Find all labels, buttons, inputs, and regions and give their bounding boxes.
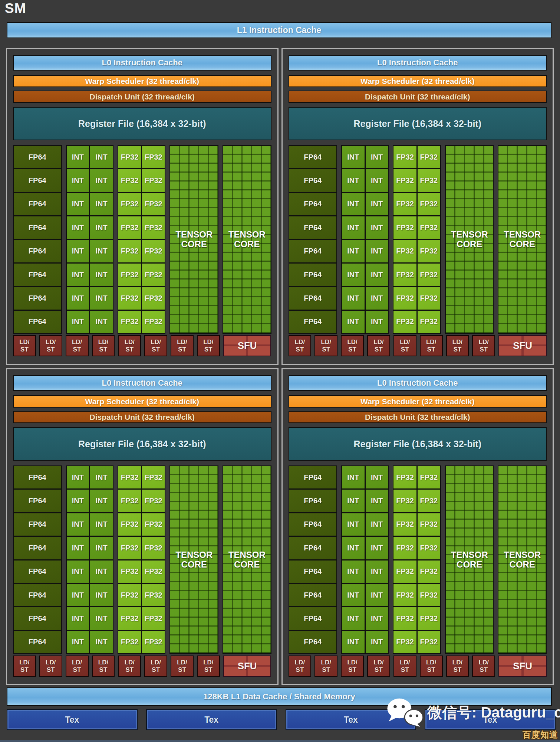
int-core: INT	[67, 146, 89, 168]
l0-instruction-cache: L0 Instruction Cache	[13, 55, 271, 71]
fp32-core: FP32	[393, 240, 416, 262]
ldst-label: ST	[348, 346, 356, 353]
ldst-label: LD/	[46, 659, 56, 666]
fp32-core: FP32	[118, 169, 141, 192]
int-core: INT	[67, 216, 89, 239]
ldst-label: ST	[20, 346, 29, 353]
tensor-core-label: CORE	[510, 560, 535, 569]
fp32-core: FP32	[393, 490, 416, 512]
fp64-column: FP64 FP64 FP64 FP64 FP64 FP64 FP64 FP64	[13, 465, 62, 654]
tensor-core: TENSOR CORE	[498, 465, 547, 654]
ldst-label: ST	[20, 666, 29, 674]
ldst-label: LD/	[151, 339, 161, 346]
tensor-core-label: TENSOR	[504, 550, 541, 560]
fp32-core: FP32	[393, 631, 416, 653]
ldst-label: ST	[296, 666, 304, 674]
dispatch-unit: Dispatch Unit (32 thread/clk)	[13, 411, 271, 423]
int-core: INT	[90, 287, 113, 309]
tensor-core-label: TENSOR	[451, 550, 488, 560]
int-core: INT	[342, 264, 365, 286]
ldst-unit: LD/ ST	[66, 335, 89, 356]
fp64-core: FP64	[14, 311, 61, 333]
fp64-core: FP64	[289, 169, 337, 192]
warp-scheduler: Warp Scheduler (32 thread/clk)	[289, 395, 547, 408]
int-core: INT	[366, 560, 388, 583]
int-core: INT	[342, 311, 365, 333]
fp32-core: FP32	[418, 537, 440, 559]
ldst-label: ST	[73, 666, 81, 674]
int-core: INT	[67, 607, 89, 630]
fp32-core: FP32	[142, 169, 165, 192]
ldst-label: ST	[204, 346, 213, 353]
fp32-columns: FP32 FP32 FP32 FP32 FP32 FP32 FP32 FP32 …	[118, 145, 165, 334]
ldst-label: LD/	[125, 659, 135, 666]
wechat-id-text: 微信号: Dataguru_cn	[427, 702, 560, 723]
sfu-unit: SFU	[223, 335, 271, 356]
ldst-unit: LD/ ST	[289, 335, 312, 356]
ldst-label: LD/	[426, 339, 436, 346]
ldst-unit: LD/ ST	[39, 656, 62, 677]
fp32-core: FP32	[118, 631, 141, 653]
int-core: INT	[67, 537, 89, 559]
int-core: INT	[90, 193, 113, 215]
int-core: INT	[342, 240, 365, 262]
int-core: INT	[366, 537, 388, 559]
int-core: INT	[342, 466, 365, 488]
fp64-core: FP64	[289, 490, 337, 512]
fp32-core: FP32	[118, 607, 141, 630]
fp32-core: FP32	[142, 560, 165, 583]
warp-scheduler: Warp Scheduler (32 thread/clk)	[13, 395, 271, 408]
ldst-unit: LD/ ST	[367, 335, 390, 356]
ldst-label: LD/	[151, 659, 161, 666]
tex-label: Tex	[344, 715, 358, 725]
tensor-core-label: TENSOR	[228, 550, 266, 560]
ldst-unit: LD/ ST	[118, 656, 141, 677]
tensor-core: TENSOR CORE	[223, 465, 271, 654]
fp64-core: FP64	[289, 311, 337, 333]
sm-partitions-container: L0 Instruction Cache Warp Scheduler (32 …	[6, 48, 554, 685]
int-core: INT	[366, 240, 388, 262]
warp-scheduler: Warp Scheduler (32 thread/clk)	[289, 75, 547, 87]
fp64-core: FP64	[14, 631, 61, 653]
ldst-unit: LD/ ST	[171, 335, 194, 356]
ldst-unit: LD/ ST	[393, 656, 416, 677]
int-core: INT	[67, 466, 89, 488]
bottom-edge-strip	[0, 740, 560, 742]
fp32-core: FP32	[393, 584, 416, 606]
int-core: INT	[67, 240, 89, 262]
fp32-core: FP32	[142, 193, 165, 215]
ldst-unit: LD/ ST	[13, 656, 36, 677]
int-core: INT	[67, 169, 89, 192]
fp64-core: FP64	[289, 537, 337, 559]
fp32-core: FP32	[418, 560, 440, 583]
sfu-unit: SFU	[223, 656, 271, 677]
fp32-core: FP32	[118, 311, 141, 333]
fp32-columns: FP32 FP32 FP32 FP32 FP32 FP32 FP32 FP32 …	[393, 145, 441, 334]
fp32-core: FP32	[418, 513, 440, 536]
ldst-label: ST	[73, 346, 81, 353]
ldst-label: LD/	[72, 339, 82, 346]
int-core: INT	[90, 240, 113, 262]
fp64-core: FP64	[14, 240, 61, 262]
tensor-core: TENSOR CORE	[445, 145, 494, 334]
int-columns: INT INT INT INT INT INT INT INT INT INT …	[341, 465, 389, 654]
fp64-core: FP64	[289, 216, 337, 239]
l0-instruction-cache: L0 Instruction Cache	[289, 55, 547, 71]
dispatch-unit: Dispatch Unit (32 thread/clk)	[13, 91, 271, 103]
sm-partition: L0 Instruction Cache Warp Scheduler (32 …	[6, 48, 279, 365]
ldst-label: LD/	[295, 339, 305, 346]
ldst-unit: LD/ ST	[314, 335, 337, 356]
fp32-core: FP32	[418, 240, 440, 262]
int-core: INT	[366, 631, 388, 653]
int-core: INT	[90, 631, 113, 653]
ldst-label: LD/	[177, 659, 187, 666]
sm-partition: L0 Instruction Cache Warp Scheduler (32 …	[281, 368, 554, 685]
tensor-core-label: CORE	[181, 239, 207, 249]
fp32-core: FP32	[142, 146, 165, 168]
fp32-core: FP32	[142, 631, 165, 653]
fp32-core: FP32	[118, 490, 141, 512]
l0-instruction-cache: L0 Instruction Cache	[289, 375, 547, 391]
ldst-label: ST	[375, 666, 383, 674]
ldst-label: ST	[178, 346, 186, 353]
sfu-unit: SFU	[498, 335, 547, 356]
